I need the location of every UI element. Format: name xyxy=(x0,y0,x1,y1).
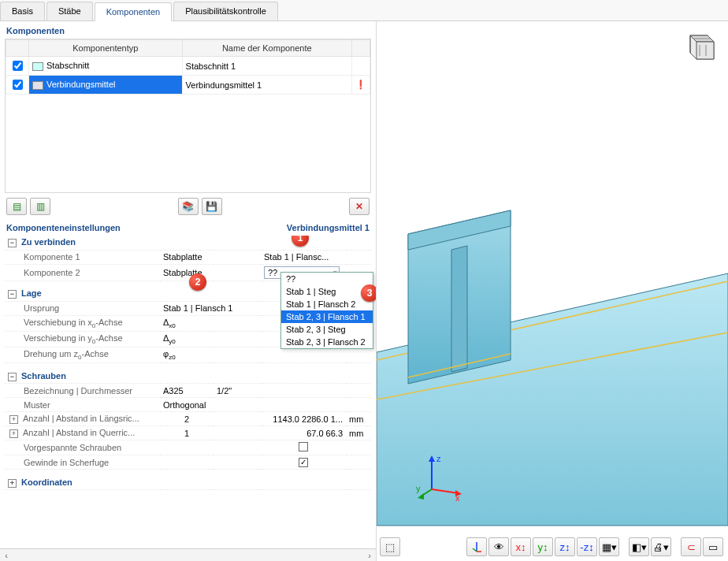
window-button[interactable]: ▭ xyxy=(703,537,723,556)
viewport-toolbar: ⬚ 👁 x↕ y↕ z↕ -z↕ ▦▾ ◧▾ 🖨▾ ⊂ ▭ xyxy=(380,537,723,556)
table-row[interactable]: Verbindungsmittel Verbindungsmittel 1 ❗ xyxy=(6,76,370,95)
view-cube[interactable] xyxy=(681,31,715,65)
prop-count-long[interactable]: +Anzahl | Abstand in Längsric... xyxy=(5,412,160,426)
dropdown-item[interactable]: ?? xyxy=(281,273,373,285)
prop-origin[interactable]: Ursprung xyxy=(5,301,160,315)
prop-value[interactable]: Stab 1 | Flansch 1 xyxy=(160,301,261,315)
prop-value[interactable]: 67.0 66.3 xyxy=(261,426,346,440)
delete-button[interactable]: ✕ xyxy=(349,198,370,215)
component-button-row: ▤ ▥ 📚 💾 ✕ xyxy=(0,193,376,220)
render-mode-button[interactable]: ▦▾ xyxy=(599,537,619,556)
tab-komponenten[interactable]: Komponenten xyxy=(95,2,173,21)
collapse-icon[interactable]: − xyxy=(8,373,17,381)
iso-view-button[interactable]: ◧▾ xyxy=(629,537,649,556)
dropdown-item[interactable]: Stab 1 | Steg xyxy=(281,285,373,298)
dropdown-item[interactable]: Stab 1 | Flansch 2 xyxy=(281,298,373,310)
row-type: Stabschnitt xyxy=(46,61,89,70)
svg-marker-9 xyxy=(696,42,714,59)
dropdown-item[interactable]: Stab 2, 3 | Steg xyxy=(281,323,373,336)
xaxis-button[interactable]: x↕ xyxy=(511,537,531,556)
prop-designation[interactable]: Bezeichnung | Durchmesser xyxy=(5,384,160,398)
add-component-button[interactable]: ▤ xyxy=(6,198,27,215)
row-check[interactable] xyxy=(13,61,23,71)
expand-icon[interactable]: + xyxy=(8,479,17,488)
select-mode-button[interactable]: ⬚ xyxy=(380,537,400,556)
collapse-icon[interactable]: − xyxy=(8,290,17,299)
svg-marker-5 xyxy=(451,246,467,372)
prop-symbol: φz0 xyxy=(160,347,214,362)
dropdown-item[interactable]: Stab 2, 3 | Flansch 2 xyxy=(281,336,373,348)
group-connect[interactable]: Zu verbinden xyxy=(21,237,76,247)
table-row[interactable]: Stabschnitt Stabschnitt 1 xyxy=(6,57,370,76)
settings-header: Komponenteneinstellungen xyxy=(6,223,121,232)
neg-z-button[interactable]: -z↕ xyxy=(577,537,597,556)
prop-value[interactable]: Orthogonal xyxy=(160,398,261,412)
yaxis-button[interactable]: y↕ xyxy=(533,537,553,556)
print-button[interactable]: 🖨▾ xyxy=(651,537,671,556)
callout-2: 2 xyxy=(189,273,206,291)
group-bolts[interactable]: Schrauben xyxy=(21,371,66,381)
row-check[interactable] xyxy=(13,80,23,90)
library-button[interactable]: 📚 xyxy=(178,198,199,215)
prop-dy[interactable]: Verschiebung in y0-Achse xyxy=(5,331,160,347)
tab-staebe[interactable]: Stäbe xyxy=(46,2,93,20)
prop-value[interactable]: 2 xyxy=(160,412,214,426)
axis-gizmo[interactable]: z x y xyxy=(416,454,463,501)
prop-value[interactable]: 1 xyxy=(160,426,214,440)
collapse-icon[interactable]: − xyxy=(8,239,17,247)
axis-view-button[interactable] xyxy=(466,537,487,556)
row-type: Verbindungsmittel xyxy=(46,80,115,89)
callout-3: 3 xyxy=(361,284,376,302)
svg-line-18 xyxy=(432,489,459,493)
hscrollbar[interactable]: ‹ › xyxy=(0,548,376,561)
col-type[interactable]: Komponententyp xyxy=(29,40,183,57)
comp2-dropdown[interactable]: ?? Stab 1 | Steg Stab 1 | Flansch 2 Stab… xyxy=(280,272,373,349)
prop-symbol: Δx0 xyxy=(160,315,214,331)
prop-rz[interactable]: Drehung um z0-Achse xyxy=(5,347,160,362)
prop-unit: mm xyxy=(346,426,371,440)
svg-text:x: x xyxy=(455,493,460,501)
settings-current: Verbindungsmittel 1 xyxy=(287,223,370,232)
scroll-right-icon[interactable]: › xyxy=(363,551,376,560)
prop-thread[interactable]: Gewinde in Scherfuge xyxy=(5,455,160,470)
thread-checkbox[interactable]: ✓ xyxy=(299,458,308,467)
row-name: Verbindungsmittel 1 xyxy=(182,76,351,95)
warning-icon: ❗ xyxy=(352,76,370,95)
prop-value[interactable]: 1/2" xyxy=(214,384,261,398)
prop-pretension[interactable]: Vorgespannte Schrauben xyxy=(5,440,160,455)
prop-value[interactable]: 1143.0 2286.0 1... xyxy=(261,412,346,426)
prop-value[interactable]: Stabplatte xyxy=(160,250,214,264)
add-component-end-button[interactable]: ▥ xyxy=(30,198,50,215)
select-value: ?? xyxy=(268,268,277,277)
row-name: Stabschnitt 1 xyxy=(182,57,351,76)
svg-marker-22 xyxy=(418,493,424,500)
dropdown-item[interactable]: Stab 2, 3 | Flansch 1 xyxy=(281,310,373,323)
svg-marker-16 xyxy=(429,455,435,462)
property-grid: −Zu verbinden Komponente 1StabplatteStab… xyxy=(0,236,376,548)
zaxis-button[interactable]: z↕ xyxy=(555,537,575,556)
prop-value[interactable]: Stab 1 | Flansc... xyxy=(261,250,346,264)
main-tabs: Basis Stäbe Komponenten Plausibilitätsko… xyxy=(0,0,728,21)
col-name[interactable]: Name der Komponente xyxy=(182,40,351,57)
prop-dx[interactable]: Verschiebung in x0-Achse xyxy=(5,315,160,331)
components-table: Komponententyp Name der Komponente Stabs… xyxy=(5,39,371,193)
prop-value[interactable]: A325 xyxy=(160,384,214,398)
components-panel-title: Komponenten xyxy=(0,21,376,39)
viewport-3d[interactable]: z x y ⬚ 👁 x↕ y↕ z↕ -z↕ ▦▾ xyxy=(377,21,728,561)
pretension-checkbox[interactable] xyxy=(299,442,308,451)
prop-count-trans[interactable]: +Anzahl | Abstand in Querric... xyxy=(5,426,160,440)
group-coords[interactable]: Koordinaten xyxy=(21,477,72,487)
svg-text:y: y xyxy=(416,484,421,493)
prop-comp2[interactable]: Komponente 2 xyxy=(5,264,160,280)
tab-basis[interactable]: Basis xyxy=(0,2,45,20)
magnet-button[interactable]: ⊂ xyxy=(681,537,701,556)
prop-unit: mm xyxy=(346,412,371,426)
color-swatch xyxy=(32,62,43,71)
show-hide-button[interactable]: 👁 xyxy=(488,537,509,556)
scroll-left-icon[interactable]: ‹ xyxy=(0,551,13,560)
group-lage[interactable]: Lage xyxy=(21,288,42,298)
prop-pattern[interactable]: Muster xyxy=(5,398,160,412)
prop-comp1[interactable]: Komponente 1 xyxy=(5,250,160,264)
tab-plausi[interactable]: Plausibilitätskontrolle xyxy=(173,2,278,20)
save-library-button[interactable]: 💾 xyxy=(202,198,222,215)
